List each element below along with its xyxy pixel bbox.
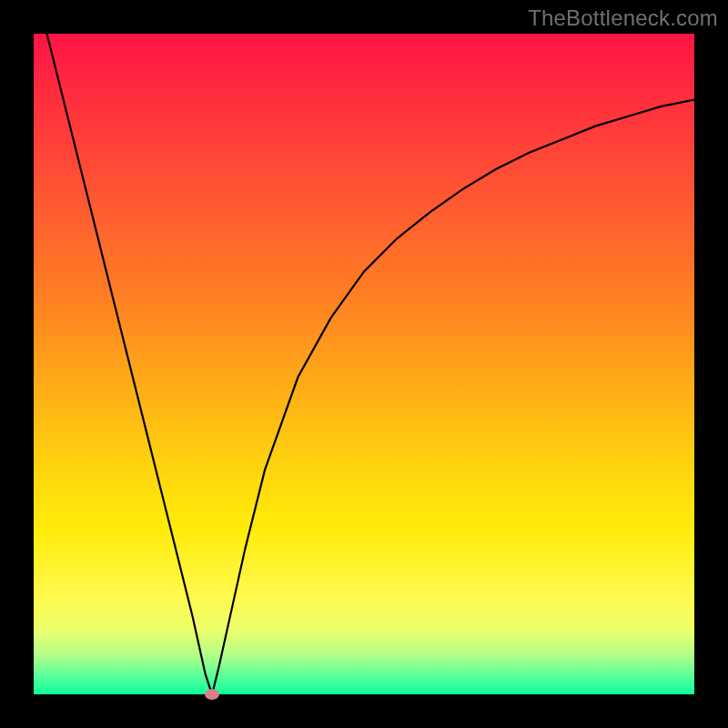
curve-line	[34, 34, 694, 694]
min-point-marker	[205, 689, 219, 700]
plot-area	[34, 34, 694, 694]
curve-svg	[34, 34, 694, 694]
chart-frame: TheBottleneck.com	[0, 0, 728, 728]
watermark-text: TheBottleneck.com	[528, 5, 718, 31]
